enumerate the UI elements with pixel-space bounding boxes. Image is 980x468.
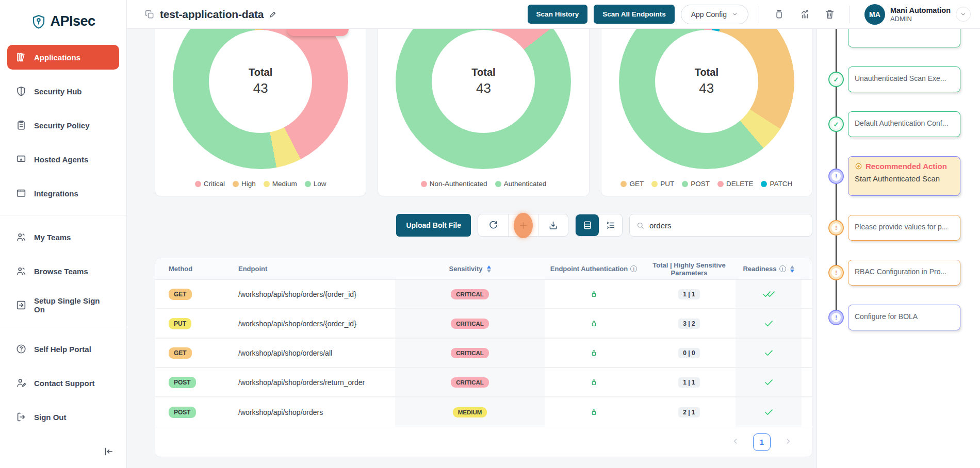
timeline-card[interactable]: Recommended Action Start Authenticated S… bbox=[848, 156, 960, 196]
legend-item[interactable]: Low bbox=[305, 180, 326, 188]
app-config-dropdown[interactable]: App Config bbox=[681, 5, 748, 24]
info-icon[interactable]: i bbox=[779, 265, 786, 272]
sidebar-item[interactable]: Integrations bbox=[7, 181, 119, 206]
methods-legend: GET PUT POST bbox=[620, 180, 792, 188]
timeline-item: Unauthenticated Scan Exe... bbox=[828, 66, 960, 92]
method-badge: PUT bbox=[169, 318, 191, 329]
scan-history-button[interactable]: Scan History bbox=[528, 5, 588, 24]
legend-item[interactable]: High bbox=[233, 180, 256, 188]
table-row[interactable]: GET /workshop/api/shop/orders/{order_id}… bbox=[155, 280, 812, 309]
lock-icon[interactable] bbox=[590, 290, 598, 298]
table-row[interactable]: PUT /workshop/api/shop/orders/{order_id}… bbox=[155, 309, 812, 339]
lock-icon[interactable] bbox=[590, 378, 598, 387]
column-endpoint: Endpoint bbox=[225, 265, 395, 273]
info-icon[interactable]: i bbox=[630, 265, 637, 272]
edit-pencil-icon[interactable] bbox=[269, 10, 277, 19]
methods-donut-chart[interactable]: Total 43 bbox=[619, 29, 794, 169]
sidebar-item[interactable]: Contact Support bbox=[7, 371, 119, 395]
app-config-label: App Config bbox=[691, 10, 727, 19]
sidebar-item[interactable]: Security Hub bbox=[7, 79, 119, 104]
scan-all-endpoints-button[interactable]: Scan All Endpoints bbox=[594, 5, 675, 24]
table-row[interactable]: POST /workshop/api/shop/orders MEDIUM 2 … bbox=[155, 397, 812, 427]
severity-donut-chart[interactable]: Total 43 bbox=[173, 29, 348, 169]
legend-item[interactable]: Authenticated bbox=[495, 180, 547, 188]
user-chevron-button[interactable] bbox=[956, 7, 971, 22]
next-page-button[interactable] bbox=[784, 437, 792, 447]
lock-icon[interactable] bbox=[590, 319, 598, 328]
sidebar-item[interactable]: My Teams bbox=[7, 225, 119, 249]
timeline-card-text: RBAC Configuration in Pro... bbox=[855, 268, 954, 276]
sensitivity-badge: CRITICAL bbox=[451, 377, 489, 388]
sidebar-item[interactable]: Applications bbox=[7, 45, 119, 70]
legend-item[interactable]: Medium bbox=[264, 180, 297, 188]
previous-page-button[interactable] bbox=[731, 437, 740, 447]
legend-item[interactable]: PATCH bbox=[761, 180, 792, 188]
legend-item[interactable]: Non-Authenticated bbox=[421, 180, 487, 188]
download-button[interactable] bbox=[538, 214, 568, 236]
legend-item[interactable]: Critical bbox=[195, 180, 225, 188]
archive-icon[interactable] bbox=[773, 8, 785, 20]
table-row[interactable]: GET /workshop/api/shop/orders/all CRITIC… bbox=[155, 339, 812, 368]
timeline-card[interactable]: Please provide values for p... bbox=[848, 215, 960, 241]
sidebar-item-label: Contact Support bbox=[34, 379, 95, 388]
list-view-toggle[interactable] bbox=[599, 214, 622, 236]
donut-total-value: 43 bbox=[253, 80, 268, 96]
sidebar-item[interactable]: Setup Single Sign On bbox=[7, 293, 119, 317]
readiness-cell bbox=[736, 309, 802, 338]
user-menu[interactable]: MA Mani Automation ADMIN bbox=[864, 4, 971, 25]
legend-dot bbox=[761, 181, 767, 187]
timeline-card[interactable]: Configure for BOLA bbox=[848, 305, 960, 330]
legend-item[interactable]: GET bbox=[620, 180, 644, 188]
refresh-button[interactable] bbox=[478, 214, 508, 236]
timeline-card[interactable] bbox=[848, 29, 960, 47]
endpoints-table: Method Endpoint Sensitivity Endpoint Aut… bbox=[155, 258, 812, 457]
trash-icon[interactable] bbox=[824, 8, 836, 20]
table-header-row: Method Endpoint Sensitivity Endpoint Aut… bbox=[155, 258, 812, 280]
timeline-status-icon bbox=[828, 310, 844, 325]
timeline-item: Default Authentication Conf... bbox=[828, 111, 960, 137]
authentication-donut-chart[interactable]: Total 43 bbox=[396, 29, 571, 169]
clipboard-icon bbox=[15, 120, 27, 131]
sidebar-item[interactable]: Browse Teams bbox=[7, 259, 119, 283]
timeline-card[interactable]: Default Authentication Conf... bbox=[848, 111, 960, 137]
sensitivity-badge: CRITICAL bbox=[451, 289, 489, 299]
endpoint-path: /workshop/api/shop/orders bbox=[225, 408, 395, 416]
timeline-status-icon bbox=[828, 72, 844, 87]
legend-item[interactable]: PUT bbox=[651, 180, 674, 188]
legend-item[interactable]: DELETE bbox=[717, 180, 754, 188]
endpoint-path: /workshop/api/shop/orders/{order_id} bbox=[225, 290, 395, 298]
timeline-card[interactable]: RBAC Configuration in Pro... bbox=[848, 260, 960, 286]
search-input[interactable] bbox=[630, 214, 812, 236]
upload-bolt-file-button[interactable]: Upload Bolt File bbox=[396, 214, 471, 237]
legend-item[interactable]: POST bbox=[682, 180, 710, 188]
main-area: test-application-data Scan History Scan … bbox=[127, 0, 980, 468]
table-view-toggle[interactable] bbox=[576, 214, 599, 236]
page-number-button[interactable]: 1 bbox=[753, 433, 771, 451]
table-row[interactable]: POST /workshop/api/shop/orders/return_or… bbox=[155, 368, 812, 397]
apisec-shield-icon bbox=[31, 14, 46, 29]
lock-icon[interactable] bbox=[590, 348, 598, 357]
sidebar-item[interactable]: Security Policy bbox=[7, 113, 119, 138]
lock-icon[interactable] bbox=[590, 408, 598, 416]
column-readiness[interactable]: Readiness i bbox=[736, 265, 802, 273]
sidebar-item[interactable]: Sign Out bbox=[7, 405, 119, 429]
column-sensitivity[interactable]: Sensitivity bbox=[395, 265, 545, 273]
endpoint-path: /workshop/api/shop/orders/all bbox=[225, 349, 395, 357]
chart-trend-icon[interactable] bbox=[798, 8, 810, 20]
recommended-action-title: Recommended Action bbox=[855, 162, 954, 171]
timeline-card[interactable]: Unauthenticated Scan Exe... bbox=[848, 66, 960, 92]
apisec-logo-text: APIsec bbox=[50, 13, 95, 29]
sort-readiness[interactable] bbox=[790, 265, 794, 273]
copy-icon[interactable] bbox=[144, 9, 155, 20]
plus-icon bbox=[518, 220, 529, 231]
sort-sensitivity[interactable] bbox=[487, 265, 491, 273]
legend-dot bbox=[682, 181, 688, 187]
sidebar-item[interactable]: Self Help Portal bbox=[7, 337, 119, 361]
donut-total-value: 43 bbox=[476, 80, 491, 96]
endpoints-toolbar: Upload Bolt File bbox=[155, 214, 812, 237]
legend-label: PATCH bbox=[770, 180, 792, 188]
legend-dot bbox=[495, 181, 501, 187]
sidebar-item[interactable]: Hosted Agents bbox=[7, 147, 119, 172]
add-endpoint-button[interactable] bbox=[508, 214, 538, 236]
sidebar-collapse-button[interactable] bbox=[90, 439, 126, 468]
